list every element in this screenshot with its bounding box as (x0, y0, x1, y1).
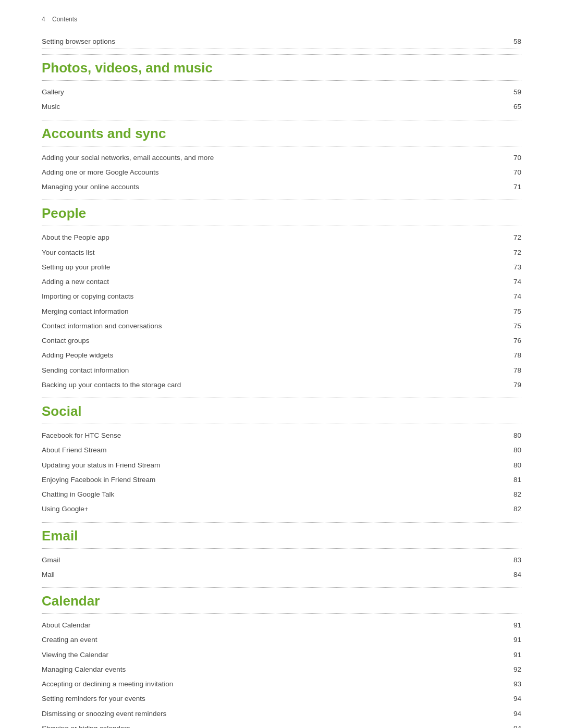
entry-label-calendar-0: About Calendar (42, 620, 506, 631)
page-header: 4 Contents (42, 16, 521, 25)
section-divider-calendar (42, 587, 521, 588)
entry-label-people-1: Your contacts list (42, 248, 506, 258)
entry-people-0: About the People app72 (42, 230, 521, 245)
entry-page-accounts-1: 70 (506, 167, 521, 178)
entry-page-social-5: 82 (506, 504, 521, 514)
entry-page-social-0: 80 (506, 430, 521, 441)
entry-page-people-1: 72 (506, 248, 521, 258)
entry-label-social-4: Chatting in Google Talk (42, 489, 506, 500)
top-entry-0: Setting browser options 58 (42, 34, 521, 49)
entry-page-social-4: 82 (506, 489, 521, 500)
entry-label-calendar-2: Viewing the Calendar (42, 650, 506, 660)
entry-label-social-2: Updating your status in Friend Stream (42, 460, 506, 471)
entry-page-people-4: 74 (506, 291, 521, 302)
entry-social-5: Using Google+82 (42, 502, 521, 516)
entry-calendar-7: Showing or hiding calendars94 (42, 721, 521, 728)
entry-label-people-3: Adding a new contact (42, 277, 506, 287)
section-title-calendar: Calendar (42, 590, 521, 611)
entry-label-email-0: Gmail (42, 555, 506, 565)
top-entries: Setting browser options 58 (42, 34, 521, 49)
entry-label-social-0: Facebook for HTC Sense (42, 430, 506, 441)
entry-label-social-1: About Friend Stream (42, 445, 506, 455)
entry-people-8: Adding People widgets78 (42, 348, 521, 363)
entry-page-people-0: 72 (506, 232, 521, 243)
entry-label-accounts-2: Managing your online accounts (42, 182, 506, 192)
entry-people-5: Merging contact information75 (42, 304, 521, 319)
entry-page-social-3: 81 (506, 475, 521, 485)
entry-label-calendar-7: Showing or hiding calendars (42, 723, 506, 728)
entry-page-people-5: 75 (506, 306, 521, 317)
entry-calendar-1: Creating an event91 (42, 633, 521, 647)
entry-page-calendar-6: 94 (506, 709, 521, 719)
section-title-divider-email (42, 548, 521, 549)
entry-page-photos-0: 59 (506, 87, 521, 97)
entry-label-calendar-1: Creating an event (42, 635, 506, 645)
entry-page-calendar-7: 94 (506, 723, 521, 728)
entry-label-calendar-4: Accepting or declining a meeting invitat… (42, 679, 506, 689)
section-title-photos: Photos, videos, and music (42, 57, 521, 78)
entry-page-social-1: 80 (506, 445, 521, 455)
section-title-accounts: Accounts and sync (42, 122, 521, 144)
entry-calendar-2: Viewing the Calendar91 (42, 648, 521, 662)
entry-page-email-0: 83 (506, 555, 521, 565)
entry-social-3: Enjoying Facebook in Friend Stream81 (42, 473, 521, 487)
section-divider-email (42, 522, 521, 523)
entry-people-9: Sending contact information78 (42, 363, 521, 378)
entry-people-10: Backing up your contacts to the storage … (42, 378, 521, 392)
entry-page-people-8: 78 (506, 350, 521, 361)
entry-people-1: Your contacts list72 (42, 245, 521, 260)
entry-label-people-9: Sending contact information (42, 365, 506, 376)
section-title-divider-photos (42, 80, 521, 81)
entry-label-people-7: Contact groups (42, 336, 506, 346)
top-entry-label-0: Setting browser options (42, 38, 506, 45)
section-title-people: People (42, 202, 521, 224)
entry-label-photos-1: Music (42, 102, 506, 112)
entry-label-social-5: Using Google+ (42, 504, 506, 514)
entry-social-1: About Friend Stream80 (42, 443, 521, 458)
section-title-divider-social (42, 424, 521, 424)
entry-page-calendar-5: 94 (506, 694, 521, 704)
entry-photos-1: Music65 (42, 100, 521, 114)
top-entry-page-0: 58 (506, 38, 521, 45)
entry-page-people-2: 73 (506, 262, 521, 273)
entry-page-people-6: 75 (506, 321, 521, 331)
section-divider-photos (42, 54, 521, 55)
entry-page-email-1: 84 (506, 570, 521, 580)
entry-calendar-0: About Calendar91 (42, 618, 521, 633)
entry-label-people-4: Importing or copying contacts (42, 291, 506, 302)
entry-page-people-10: 79 (506, 380, 521, 390)
sections-container: Photos, videos, and musicGallery59Music6… (42, 54, 521, 728)
entry-people-2: Setting up your profile73 (42, 260, 521, 275)
entry-label-social-3: Enjoying Facebook in Friend Stream (42, 475, 506, 485)
section-title-divider-people (42, 226, 521, 226)
entry-page-people-9: 78 (506, 365, 521, 376)
entry-label-email-1: Mail (42, 570, 506, 580)
entry-label-accounts-0: Adding your social networks, email accou… (42, 153, 506, 163)
entry-label-calendar-3: Managing Calendar events (42, 664, 506, 675)
entry-people-3: Adding a new contact74 (42, 275, 521, 289)
entry-page-social-2: 80 (506, 460, 521, 471)
entry-label-people-5: Merging contact information (42, 306, 506, 317)
entry-page-calendar-0: 91 (506, 620, 521, 631)
entry-page-accounts-2: 71 (506, 182, 521, 192)
entry-page-calendar-4: 93 (506, 679, 521, 689)
entry-accounts-0: Adding your social networks, email accou… (42, 151, 521, 165)
entry-people-7: Contact groups76 (42, 334, 521, 348)
entry-people-4: Importing or copying contacts74 (42, 289, 521, 304)
entry-calendar-3: Managing Calendar events92 (42, 662, 521, 677)
page-number: 4 (42, 16, 45, 23)
entry-social-2: Updating your status in Friend Stream80 (42, 458, 521, 473)
entry-page-people-3: 74 (506, 277, 521, 287)
entry-calendar-5: Setting reminders for your events94 (42, 692, 521, 706)
entry-email-0: Gmail83 (42, 553, 521, 567)
entry-calendar-4: Accepting or declining a meeting invitat… (42, 677, 521, 692)
entry-page-people-7: 76 (506, 336, 521, 346)
entry-label-people-8: Adding People widgets (42, 350, 506, 361)
entry-label-calendar-5: Setting reminders for your events (42, 694, 506, 704)
entry-people-6: Contact information and conversations75 (42, 319, 521, 334)
entry-label-people-10: Backing up your contacts to the storage … (42, 380, 506, 390)
entry-email-1: Mail84 (42, 567, 521, 582)
section-title-divider-accounts (42, 146, 521, 146)
section-title-email: Email (42, 525, 521, 546)
entry-social-4: Chatting in Google Talk82 (42, 487, 521, 502)
